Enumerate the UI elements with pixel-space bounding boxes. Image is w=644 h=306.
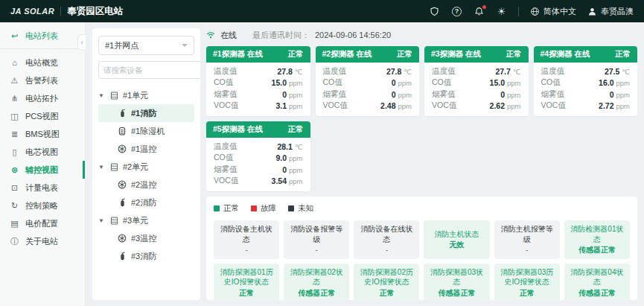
bell-icon[interactable]: [474, 6, 485, 17]
shield-icon[interactable]: [429, 6, 440, 17]
sidebar-item-bms[interactable]: ≣BMS视图: [0, 125, 85, 143]
status-cell-value: 传感器正常: [439, 288, 476, 299]
metric-unit: ppm: [289, 177, 302, 185]
sidebar-item-back[interactable]: ↩电站列表: [0, 27, 85, 45]
metric-value: 27.5℃: [605, 67, 630, 76]
sidebar-item-label: PCS视图: [25, 111, 59, 122]
battery-cell-icon: ▯: [10, 147, 19, 157]
metric-unit: ppm: [398, 79, 412, 87]
sidebar-item-about[interactable]: ⓘ关于电站: [0, 232, 85, 250]
sidebar-item-overview[interactable]: ⌂电站概览: [0, 54, 85, 71]
header-separator: [518, 7, 519, 16]
metric-row: VOC值3.54ppm: [214, 176, 303, 188]
metric-row: VOC值3.1ppm: [214, 101, 303, 112]
tree-device-label: #1消防: [131, 108, 156, 119]
sidebar-item-pcs[interactable]: ◫PCS视图: [0, 107, 85, 125]
back-icon: ↩: [10, 31, 19, 41]
sidebar-collapse-toggle[interactable]: ‹: [77, 34, 86, 51]
tree-unit-row[interactable]: ▼#3单元: [98, 211, 194, 229]
tree-device-row[interactable]: #1温控: [98, 140, 194, 158]
metric-unit: ℃: [295, 143, 303, 151]
sidebar-divider: [0, 48, 85, 49]
metric-row: 温度值28.1℃: [214, 141, 303, 153]
tree-unit-row[interactable]: ▼#2单元: [98, 158, 194, 176]
sidebar-item-alarm[interactable]: ⚠告警列表: [0, 71, 85, 89]
sidebar-item-strategy[interactable]: ↻控制策略: [0, 197, 85, 214]
legend-item: 正常: [214, 203, 239, 214]
sidebar-item-label: 计量电表: [25, 182, 58, 194]
tree-unit-label: #2单元: [123, 162, 148, 173]
status-cell-value: 传感器正常: [578, 245, 616, 255]
metric-row: CO值0ppm: [323, 77, 412, 89]
tree-device-row[interactable]: #3温控: [98, 229, 194, 247]
device-search-input[interactable]: [103, 66, 200, 74]
detector-card-header: #1探测器 在线正常: [206, 46, 310, 63]
metric-value: 2.48ppm: [380, 101, 412, 110]
legend-item: 未知: [288, 203, 313, 214]
metric-unit: ppm: [289, 91, 302, 99]
metric-row: VOC值2.48ppm: [323, 101, 412, 112]
detector-card: #5探测器 在线正常温度值28.1℃CO值9.0ppm烟雾值0ppmVOC值3.…: [206, 121, 310, 191]
sidebar-item-meter[interactable]: ⊡计量电表: [0, 179, 85, 197]
legend-swatch: [214, 205, 220, 211]
metric-value: 28.1℃: [277, 142, 302, 151]
metric-value: 15.0ppm: [272, 78, 303, 87]
tree-device-row[interactable]: #2消防: [98, 194, 194, 211]
metric-row: 温度值27.7℃: [432, 66, 521, 77]
header-divider: [60, 7, 61, 16]
status-badge: 正常: [288, 49, 304, 60]
status-cell: 消防设备主机状态-: [214, 220, 279, 259]
status-cell-value: 正常: [379, 288, 394, 299]
metric-value: 0ppm: [282, 90, 302, 99]
status-cell-value: 正常: [520, 288, 535, 299]
user-menu[interactable]: 奉贤晶澳: [587, 6, 634, 17]
metric-label: VOC值: [432, 101, 456, 111]
status-cell-label: 消防设备主机状态: [218, 224, 275, 244]
metric-row: CO值9.0ppm: [214, 153, 303, 165]
alarm-icon: ⚠: [10, 76, 19, 86]
metric-label: 烟雾值: [432, 89, 456, 100]
tree-device-label: #1温控: [131, 144, 156, 155]
tree-device-row[interactable]: #1除湿机: [98, 122, 194, 140]
sidebar-item-battery-cell[interactable]: ▯电芯视图: [0, 143, 85, 161]
device-tree-panel: #1并网点 ▼#1单元#1消防#1除湿机#1温控▼#2单元#2温控#2消防▼#3…: [92, 28, 200, 300]
metric-value: 2.62ppm: [490, 101, 521, 110]
meter-icon: ⊡: [10, 183, 19, 193]
metric-unit: ppm: [289, 102, 302, 110]
tree-device-row[interactable]: #3消防: [98, 247, 194, 265]
status-cell-label: 消防探测器03状态: [428, 267, 485, 287]
tree-device-label: #2温控: [131, 179, 156, 191]
help-icon[interactable]: ?: [451, 6, 462, 17]
sidebar-item-price[interactable]: ▤电价配置: [0, 214, 85, 232]
detector-card-header: #4探测器 在线正常: [534, 46, 638, 63]
metric-label: CO值: [214, 153, 233, 163]
aux-control-icon: ⊛: [10, 165, 19, 175]
status-badge: 正常: [288, 124, 304, 135]
sidebar-item-topology[interactable]: ⋔电站拓扑: [0, 89, 85, 107]
sidebar-item-aux-control[interactable]: ⊛辅控视图: [0, 161, 85, 179]
last-comm-label: 最后通讯时间：: [252, 30, 310, 41]
metric-row: 温度值27.8℃: [323, 66, 412, 77]
grid-point-select[interactable]: #1并网点: [98, 36, 194, 55]
theme-toggle-icon[interactable]: ☀: [496, 6, 507, 17]
notification-badge: [482, 5, 486, 9]
status-legend: 正常故障未知: [214, 203, 630, 214]
status-cell-label: 消防探测器04状态: [569, 267, 625, 287]
sidebar-item-label: 电芯视图: [25, 147, 58, 158]
metric-value: 27.8℃: [386, 67, 412, 76]
language-switcher[interactable]: 简体中文: [530, 6, 576, 17]
user-name: 奉贤晶澳: [601, 6, 634, 17]
status-cell: 消防设备在线状态-: [354, 220, 419, 259]
tree-unit-row[interactable]: ▼#1单元: [98, 86, 194, 104]
detector-card: #2探测器 在线正常温度值27.8℃CO值0ppm烟雾值0ppmVOC值2.48…: [316, 46, 420, 116]
grid-point-value: #1并网点: [105, 40, 138, 51]
tree-device-row[interactable]: #1消防: [98, 104, 194, 122]
brand-logo: JA SOLAR: [10, 7, 54, 16]
detector-title: #3探测器 在线: [431, 49, 481, 60]
tree-device-row[interactable]: #2温控: [98, 176, 194, 194]
tree-device-label: #2消防: [131, 197, 156, 208]
detector-card: #3探测器 在线正常温度值27.7℃CO值15.0ppm烟雾值0ppmVOC值2…: [424, 46, 529, 116]
app-header: JA SOLAR 奉贤园区电站 ? ☀ 简体中文 奉贤晶澳: [0, 0, 644, 22]
detector-title: #1探测器 在线: [213, 49, 263, 60]
metric-value: 16.0ppm: [599, 78, 630, 87]
